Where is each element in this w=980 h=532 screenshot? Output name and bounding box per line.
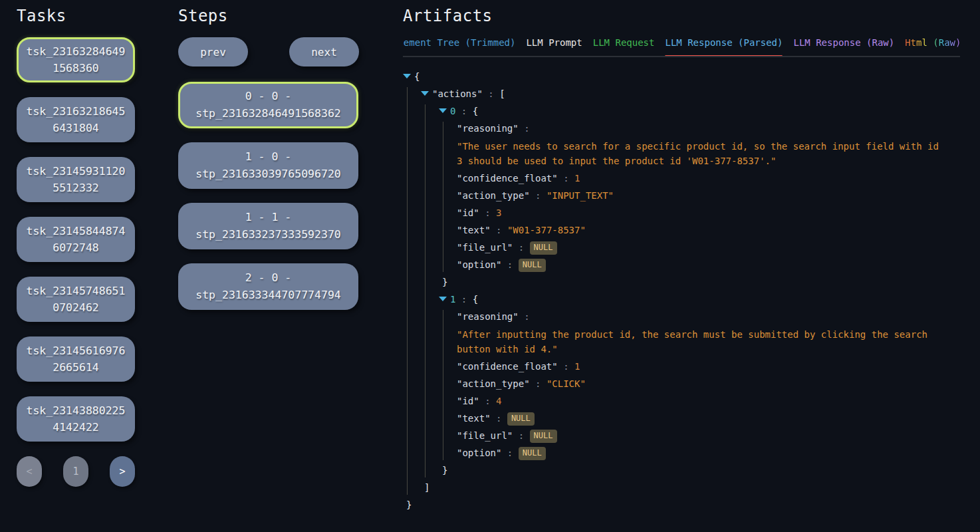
json-string: "CLICK" bbox=[547, 378, 586, 389]
json-row: { bbox=[403, 70, 943, 84]
tab-html-raw[interactable]: Html (Raw) bbox=[905, 37, 960, 56]
json-row: } bbox=[403, 498, 943, 512]
json-colon: : bbox=[483, 88, 499, 99]
json-children: 0 : {"reasoning" : "The user needs to se… bbox=[425, 104, 943, 477]
json-row: ] bbox=[421, 481, 943, 495]
json-row: "file_url" : NULL bbox=[457, 429, 943, 443]
tab-llm-response-parsed[interactable]: LLM Response (Parsed) bbox=[665, 37, 783, 56]
step-button[interactable]: 1 - 1 - stp_231633237333592370 bbox=[178, 203, 358, 249]
json-key: "id" bbox=[457, 396, 479, 406]
tasks-pagination: < 1 > bbox=[17, 456, 135, 487]
json-string-block: "The user needs to search for a specific… bbox=[457, 139, 941, 168]
json-row: "option" : NULL bbox=[457, 258, 943, 272]
tab-llm-request[interactable]: LLM Request bbox=[593, 37, 655, 56]
collapse-arrow-icon[interactable] bbox=[439, 297, 447, 301]
json-row: "text" : "W01-377-8537" bbox=[457, 223, 943, 237]
json-key: "actions" bbox=[432, 88, 483, 99]
json-open-bracket: { bbox=[414, 71, 420, 82]
task-button[interactable]: tsk_231438802254142422 bbox=[17, 396, 135, 442]
collapse-arrow-icon[interactable] bbox=[421, 91, 429, 96]
null-badge: NULL bbox=[530, 430, 557, 443]
task-button[interactable]: tsk_231457486510702462 bbox=[17, 277, 135, 322]
json-colon: : bbox=[455, 106, 472, 116]
json-key: "reasoning" bbox=[457, 311, 519, 322]
json-close-bracket: } bbox=[442, 465, 447, 475]
json-colon: : bbox=[558, 361, 574, 372]
task-button[interactable]: tsk_231459311205512332 bbox=[17, 157, 135, 202]
json-key: "file_url" bbox=[457, 430, 513, 441]
json-colon: : bbox=[519, 123, 530, 134]
json-close-bracket: } bbox=[442, 277, 447, 287]
json-row: } bbox=[439, 464, 943, 477]
next-step-button[interactable]: next bbox=[289, 37, 359, 66]
tab-llm-response-raw[interactable]: LLM Response (Raw) bbox=[793, 37, 894, 56]
json-node: "actions" : [0 : {"reasoning" : "The use… bbox=[421, 87, 943, 495]
pagination-prev-button[interactable]: < bbox=[17, 456, 42, 487]
step-button[interactable]: 1 - 0 - stp_231633039765096720 bbox=[178, 142, 358, 189]
null-badge: NULL bbox=[519, 447, 546, 460]
json-node: {"actions" : [0 : {"reasoning" : "The us… bbox=[403, 70, 943, 512]
json-colon: : bbox=[479, 207, 496, 218]
task-button[interactable]: tsk_231458448746072748 bbox=[17, 217, 135, 262]
json-key: "reasoning" bbox=[457, 123, 519, 134]
json-colon: : bbox=[501, 259, 518, 270]
task-button[interactable]: tsk_231456169762665614 bbox=[17, 336, 135, 382]
tab-llm-prompt[interactable]: LLM Prompt bbox=[526, 37, 582, 56]
prev-step-button[interactable]: prev bbox=[178, 37, 248, 66]
json-number: 1 bbox=[574, 361, 580, 372]
json-row: "action_type" : "CLICK" bbox=[457, 377, 943, 391]
json-colon: : bbox=[501, 448, 518, 458]
json-row: "file_url" : NULL bbox=[457, 241, 943, 255]
json-row: "reasoning" : bbox=[457, 122, 943, 136]
json-colon: : bbox=[455, 294, 472, 305]
step-list: 0 - 0 - stp_2316328464915683621 - 0 - st… bbox=[178, 82, 359, 310]
json-number: 3 bbox=[496, 207, 501, 218]
tasks-panel: Tasks tsk_231632846491568360tsk_23163218… bbox=[17, 7, 135, 487]
json-row: "id" : 4 bbox=[457, 394, 943, 408]
json-node: 1 : {"reasoning" : "After inputting the … bbox=[439, 293, 943, 477]
json-key: "text" bbox=[457, 413, 491, 424]
json-key: "option" bbox=[457, 259, 501, 270]
json-close-bracket: ] bbox=[424, 482, 429, 493]
json-colon: : bbox=[558, 173, 574, 184]
collapse-arrow-icon[interactable] bbox=[439, 108, 447, 113]
pagination-next-button[interactable]: > bbox=[110, 456, 135, 487]
json-response-viewer: {"actions" : [0 : {"reasoning" : "The us… bbox=[403, 70, 943, 512]
json-key: "option" bbox=[457, 448, 501, 458]
json-row: "option" : NULL bbox=[457, 446, 943, 460]
json-colon: : bbox=[530, 190, 547, 201]
json-row: "text" : NULL bbox=[457, 412, 943, 426]
json-row: "reasoning" : bbox=[457, 310, 943, 324]
task-button[interactable]: tsk_231632186456431804 bbox=[17, 97, 135, 142]
task-list: tsk_231632846491568360tsk_23163218645643… bbox=[17, 37, 135, 442]
step-button[interactable]: 0 - 0 - stp_231632846491568362 bbox=[178, 82, 358, 128]
step-button[interactable]: 2 - 0 - stp_231633344707774794 bbox=[178, 263, 358, 310]
json-colon: : bbox=[479, 396, 496, 406]
steps-title: Steps bbox=[178, 7, 359, 25]
steps-panel: Steps prev next 0 - 0 - stp_231632846491… bbox=[178, 7, 359, 324]
json-key: "action_type" bbox=[457, 378, 530, 389]
task-button[interactable]: tsk_231632846491568360 bbox=[17, 37, 135, 82]
null-badge: NULL bbox=[519, 259, 546, 272]
json-close-bracket: } bbox=[406, 499, 412, 510]
artifacts-title: Artifacts bbox=[403, 7, 960, 25]
json-key: "action_type" bbox=[457, 190, 530, 201]
json-children: "reasoning" : "The user needs to search … bbox=[443, 122, 943, 272]
json-open-bracket: { bbox=[473, 294, 478, 305]
json-row: "actions" : [ bbox=[421, 87, 943, 101]
json-key: "id" bbox=[457, 207, 479, 218]
json-colon: : bbox=[491, 413, 507, 424]
json-row: 0 : { bbox=[439, 104, 943, 118]
steps-nav: prev next bbox=[178, 37, 359, 66]
null-badge: NULL bbox=[530, 241, 557, 255]
collapse-arrow-icon[interactable] bbox=[403, 74, 411, 78]
json-colon: : bbox=[513, 430, 529, 441]
artifacts-tab-bar: Element Tree (Trimmed)LLM PromptLLM Requ… bbox=[403, 37, 960, 57]
tab-element-tree-trimmed[interactable]: Element Tree (Trimmed) bbox=[403, 37, 515, 56]
pagination-page-1-button[interactable]: 1 bbox=[63, 456, 88, 487]
json-row: 1 : { bbox=[439, 293, 943, 307]
json-colon: : bbox=[530, 378, 547, 389]
json-row: "confidence_float" : 1 bbox=[457, 172, 943, 186]
json-open-bracket: [ bbox=[499, 88, 505, 99]
json-children: "actions" : [0 : {"reasoning" : "The use… bbox=[407, 87, 943, 495]
